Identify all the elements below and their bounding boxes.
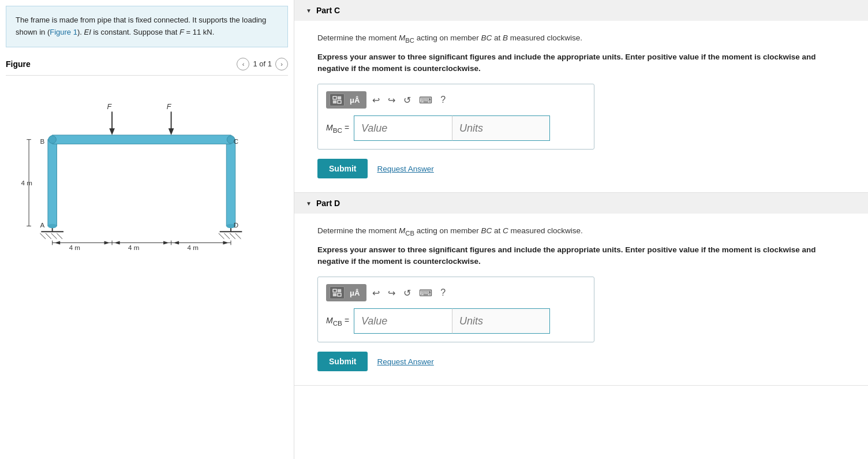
part-d-arrow: ▼ <box>306 200 312 207</box>
svg-line-2 <box>40 233 46 239</box>
problem-description: The frame is made from pipe that is fixe… <box>6 6 288 47</box>
svg-rect-18 <box>52 135 230 144</box>
figure-diagram: F F B C A D 4 m 4 <box>14 84 280 251</box>
part-c-section: ▼ Part C Determine the moment MBC acting… <box>294 0 868 193</box>
svg-marker-51 <box>173 241 179 244</box>
figure-title: Figure <box>6 59 31 69</box>
part-c-toolbar: μÂ ↩ ↪ ↺ ⌨ ? <box>326 91 586 109</box>
part-d-instructions: Express your answer to three significant… <box>317 244 845 268</box>
svg-text:C: C <box>233 137 238 145</box>
svg-rect-15 <box>226 139 235 226</box>
part-c-btn-group: μÂ <box>326 91 366 109</box>
figure-prev-button[interactable]: ‹ <box>237 58 249 70</box>
svg-rect-53 <box>333 96 336 99</box>
svg-text:F: F <box>107 102 112 110</box>
svg-rect-56 <box>338 100 341 103</box>
part-d-request-button[interactable]: Request Answer <box>377 357 433 366</box>
right-panel: ▼ Part C Determine the moment MBC acting… <box>294 0 868 459</box>
part-d-input-row: MCB = <box>326 308 586 334</box>
part-c-action-row: Submit Request Answer <box>317 159 845 178</box>
part-d-undo-icon[interactable]: ↩ <box>370 286 382 300</box>
part-c-redo-icon[interactable]: ↪ <box>386 94 398 107</box>
part-c-header[interactable]: ▼ Part C <box>294 0 868 21</box>
svg-line-8 <box>218 233 224 239</box>
figure-link[interactable]: Figure 1 <box>50 28 77 36</box>
svg-line-5 <box>57 233 62 239</box>
part-d-mu-button[interactable]: μÂ <box>346 286 363 299</box>
part-c-help-icon[interactable]: ? <box>438 94 448 106</box>
svg-text:F: F <box>166 102 171 110</box>
part-c-title: Part C <box>316 6 340 15</box>
part-c-description: Determine the moment MBC acting on membe… <box>317 32 845 46</box>
part-d-input-label: MCB = <box>326 316 349 327</box>
figure-navigation: ‹ 1 of 1 › <box>237 58 288 70</box>
svg-marker-49 <box>114 241 119 244</box>
part-d-description: Determine the moment MCB acting on membe… <box>317 225 845 238</box>
part-c-grid-button[interactable] <box>330 94 345 106</box>
part-d-title: Part D <box>316 199 340 208</box>
part-d-refresh-icon[interactable]: ↺ <box>401 286 413 300</box>
part-d-content: Determine the moment MCB acting on membe… <box>294 214 868 385</box>
part-d-value-input[interactable] <box>354 308 452 334</box>
svg-marker-52 <box>223 241 229 244</box>
svg-rect-58 <box>338 289 341 292</box>
part-d-keyboard-icon[interactable]: ⌨ <box>417 286 435 300</box>
svg-rect-54 <box>338 96 341 99</box>
svg-text:A: A <box>40 221 44 229</box>
figure-scroll[interactable]: F F B C A D 4 m 4 <box>6 78 288 459</box>
svg-text:4 m: 4 m <box>128 244 139 251</box>
svg-text:B: B <box>40 137 44 145</box>
figure-next-button[interactable]: › <box>275 58 288 70</box>
svg-point-14 <box>47 223 56 228</box>
part-c-input-label: MBC = <box>326 123 349 134</box>
svg-rect-60 <box>338 293 341 296</box>
part-c-submit-button[interactable]: Submit <box>317 159 368 178</box>
part-c-mu-button[interactable]: μÂ <box>346 94 363 106</box>
part-c-content: Determine the moment MBC acting on membe… <box>294 21 868 192</box>
svg-rect-12 <box>47 139 56 226</box>
svg-rect-59 <box>333 293 336 296</box>
part-d-btn-group: μÂ <box>326 284 366 301</box>
figure-page: 1 of 1 <box>253 59 272 68</box>
svg-line-3 <box>46 233 51 239</box>
svg-marker-50 <box>163 241 169 244</box>
part-c-answer-box: μÂ ↩ ↪ ↺ ⌨ ? MBC = <box>317 84 594 150</box>
svg-line-9 <box>224 233 230 239</box>
figure-header: Figure ‹ 1 of 1 › <box>6 53 288 76</box>
svg-marker-24 <box>109 128 115 135</box>
svg-text:4 m: 4 m <box>69 244 80 251</box>
part-c-undo-icon[interactable]: ↩ <box>370 94 382 107</box>
svg-rect-55 <box>333 100 336 103</box>
part-d-section: ▼ Part D Determine the moment MCB acting… <box>294 193 868 386</box>
part-d-help-icon[interactable]: ? <box>438 286 448 299</box>
part-c-request-button[interactable]: Request Answer <box>377 165 433 173</box>
figure-canvas: F F B C A D 4 m 4 <box>6 78 288 459</box>
part-d-submit-button[interactable]: Submit <box>317 352 368 371</box>
svg-point-21 <box>48 135 56 143</box>
left-panel: The frame is made from pipe that is fixe… <box>0 0 294 459</box>
part-d-header[interactable]: ▼ Part D <box>294 193 868 214</box>
svg-marker-26 <box>168 128 174 135</box>
part-c-input-row: MBC = <box>326 115 586 141</box>
svg-line-11 <box>235 233 241 239</box>
part-c-refresh-icon[interactable]: ↺ <box>401 94 413 107</box>
part-c-units-input[interactable] <box>452 115 550 141</box>
part-d-answer-box: μÂ ↩ ↪ ↺ ⌨ ? MCB = <box>317 277 594 342</box>
svg-text:4 m: 4 m <box>187 244 198 251</box>
svg-marker-48 <box>104 241 110 244</box>
svg-rect-57 <box>333 289 336 292</box>
part-c-instructions: Express your answer to three significant… <box>317 51 845 75</box>
part-d-toolbar: μÂ ↩ ↪ ↺ ⌨ ? <box>326 284 586 301</box>
part-c-keyboard-icon[interactable]: ⌨ <box>417 94 435 107</box>
part-d-action-row: Submit Request Answer <box>317 352 845 371</box>
part-c-value-input[interactable] <box>354 115 452 141</box>
svg-line-10 <box>230 233 235 239</box>
svg-text:4 m: 4 m <box>21 179 32 186</box>
part-d-units-input[interactable] <box>452 308 550 334</box>
part-c-arrow: ▼ <box>306 8 312 14</box>
svg-text:D: D <box>233 221 238 229</box>
svg-marker-47 <box>54 241 60 244</box>
figure-section: Figure ‹ 1 of 1 › <box>0 53 294 459</box>
part-d-redo-icon[interactable]: ↪ <box>386 286 398 300</box>
part-d-grid-button[interactable] <box>330 286 345 299</box>
